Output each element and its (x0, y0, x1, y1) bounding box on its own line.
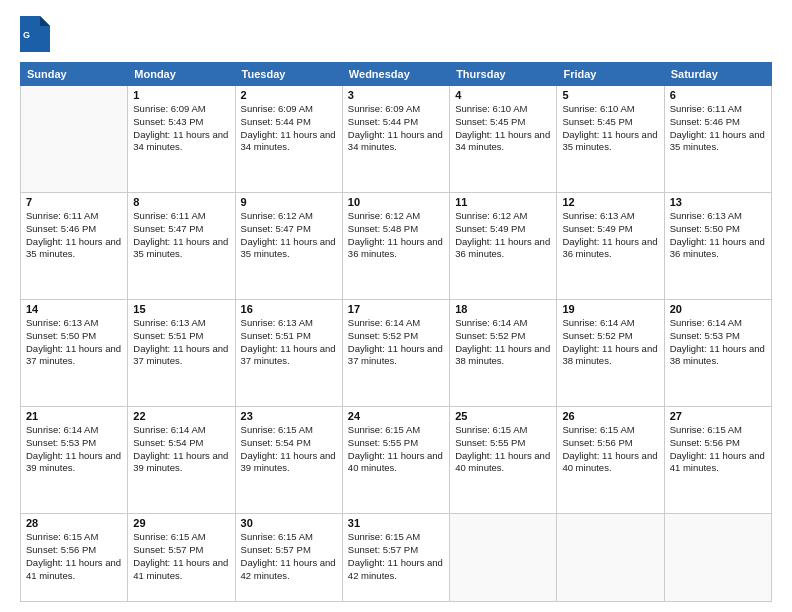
day-info: Sunrise: 6:15 AMSunset: 5:56 PMDaylight:… (26, 531, 122, 582)
day-info: Sunrise: 6:15 AMSunset: 5:55 PMDaylight:… (348, 424, 444, 475)
day-number: 15 (133, 303, 229, 315)
calendar-cell: 30Sunrise: 6:15 AMSunset: 5:57 PMDayligh… (235, 514, 342, 602)
day-info: Sunrise: 6:14 AMSunset: 5:52 PMDaylight:… (348, 317, 444, 368)
day-number: 17 (348, 303, 444, 315)
day-number: 31 (348, 517, 444, 529)
calendar-cell: 7Sunrise: 6:11 AMSunset: 5:46 PMDaylight… (21, 193, 128, 300)
calendar-cell: 22Sunrise: 6:14 AMSunset: 5:54 PMDayligh… (128, 407, 235, 514)
svg-text:G: G (23, 30, 30, 40)
day-info: Sunrise: 6:12 AMSunset: 5:47 PMDaylight:… (241, 210, 337, 261)
day-number: 3 (348, 89, 444, 101)
col-header-tuesday: Tuesday (235, 63, 342, 86)
day-number: 5 (562, 89, 658, 101)
day-number: 1 (133, 89, 229, 101)
calendar-cell: 25Sunrise: 6:15 AMSunset: 5:55 PMDayligh… (450, 407, 557, 514)
calendar-cell: 31Sunrise: 6:15 AMSunset: 5:57 PMDayligh… (342, 514, 449, 602)
calendar-cell: 20Sunrise: 6:14 AMSunset: 5:53 PMDayligh… (664, 300, 771, 407)
col-header-sunday: Sunday (21, 63, 128, 86)
calendar-cell: 2Sunrise: 6:09 AMSunset: 5:44 PMDaylight… (235, 86, 342, 193)
calendar-cell: 9Sunrise: 6:12 AMSunset: 5:47 PMDaylight… (235, 193, 342, 300)
calendar-cell: 27Sunrise: 6:15 AMSunset: 5:56 PMDayligh… (664, 407, 771, 514)
day-number: 14 (26, 303, 122, 315)
calendar-cell: 3Sunrise: 6:09 AMSunset: 5:44 PMDaylight… (342, 86, 449, 193)
calendar-cell: 4Sunrise: 6:10 AMSunset: 5:45 PMDaylight… (450, 86, 557, 193)
day-number: 12 (562, 196, 658, 208)
day-number: 21 (26, 410, 122, 422)
col-header-thursday: Thursday (450, 63, 557, 86)
col-header-saturday: Saturday (664, 63, 771, 86)
calendar-week-row: 7Sunrise: 6:11 AMSunset: 5:46 PMDaylight… (21, 193, 772, 300)
day-number: 20 (670, 303, 766, 315)
day-info: Sunrise: 6:15 AMSunset: 5:54 PMDaylight:… (241, 424, 337, 475)
day-number: 16 (241, 303, 337, 315)
day-info: Sunrise: 6:11 AMSunset: 5:47 PMDaylight:… (133, 210, 229, 261)
day-info: Sunrise: 6:14 AMSunset: 5:52 PMDaylight:… (562, 317, 658, 368)
day-number: 26 (562, 410, 658, 422)
calendar-cell: 8Sunrise: 6:11 AMSunset: 5:47 PMDaylight… (128, 193, 235, 300)
calendar-cell: 6Sunrise: 6:11 AMSunset: 5:46 PMDaylight… (664, 86, 771, 193)
day-info: Sunrise: 6:13 AMSunset: 5:51 PMDaylight:… (133, 317, 229, 368)
day-info: Sunrise: 6:12 AMSunset: 5:48 PMDaylight:… (348, 210, 444, 261)
day-number: 8 (133, 196, 229, 208)
day-info: Sunrise: 6:09 AMSunset: 5:44 PMDaylight:… (241, 103, 337, 154)
col-header-wednesday: Wednesday (342, 63, 449, 86)
day-info: Sunrise: 6:09 AMSunset: 5:44 PMDaylight:… (348, 103, 444, 154)
header: G (20, 16, 772, 52)
day-info: Sunrise: 6:14 AMSunset: 5:53 PMDaylight:… (670, 317, 766, 368)
calendar-table: SundayMondayTuesdayWednesdayThursdayFrid… (20, 62, 772, 602)
calendar-cell: 13Sunrise: 6:13 AMSunset: 5:50 PMDayligh… (664, 193, 771, 300)
day-info: Sunrise: 6:13 AMSunset: 5:51 PMDaylight:… (241, 317, 337, 368)
calendar-cell: 1Sunrise: 6:09 AMSunset: 5:43 PMDaylight… (128, 86, 235, 193)
col-header-friday: Friday (557, 63, 664, 86)
day-info: Sunrise: 6:15 AMSunset: 5:55 PMDaylight:… (455, 424, 551, 475)
calendar-cell (557, 514, 664, 602)
calendar-cell: 17Sunrise: 6:14 AMSunset: 5:52 PMDayligh… (342, 300, 449, 407)
day-number: 6 (670, 89, 766, 101)
day-info: Sunrise: 6:13 AMSunset: 5:49 PMDaylight:… (562, 210, 658, 261)
day-number: 30 (241, 517, 337, 529)
day-info: Sunrise: 6:14 AMSunset: 5:52 PMDaylight:… (455, 317, 551, 368)
day-number: 28 (26, 517, 122, 529)
calendar-cell: 5Sunrise: 6:10 AMSunset: 5:45 PMDaylight… (557, 86, 664, 193)
day-info: Sunrise: 6:12 AMSunset: 5:49 PMDaylight:… (455, 210, 551, 261)
day-info: Sunrise: 6:15 AMSunset: 5:56 PMDaylight:… (670, 424, 766, 475)
calendar-cell: 10Sunrise: 6:12 AMSunset: 5:48 PMDayligh… (342, 193, 449, 300)
calendar-cell: 11Sunrise: 6:12 AMSunset: 5:49 PMDayligh… (450, 193, 557, 300)
day-info: Sunrise: 6:14 AMSunset: 5:53 PMDaylight:… (26, 424, 122, 475)
day-info: Sunrise: 6:14 AMSunset: 5:54 PMDaylight:… (133, 424, 229, 475)
day-number: 11 (455, 196, 551, 208)
logo-icon: G (20, 16, 50, 52)
calendar-week-row: 28Sunrise: 6:15 AMSunset: 5:56 PMDayligh… (21, 514, 772, 602)
day-info: Sunrise: 6:09 AMSunset: 5:43 PMDaylight:… (133, 103, 229, 154)
calendar-cell: 29Sunrise: 6:15 AMSunset: 5:57 PMDayligh… (128, 514, 235, 602)
calendar-cell: 21Sunrise: 6:14 AMSunset: 5:53 PMDayligh… (21, 407, 128, 514)
day-info: Sunrise: 6:11 AMSunset: 5:46 PMDaylight:… (26, 210, 122, 261)
day-info: Sunrise: 6:15 AMSunset: 5:56 PMDaylight:… (562, 424, 658, 475)
day-number: 24 (348, 410, 444, 422)
calendar-cell: 18Sunrise: 6:14 AMSunset: 5:52 PMDayligh… (450, 300, 557, 407)
calendar-cell (21, 86, 128, 193)
calendar-week-row: 1Sunrise: 6:09 AMSunset: 5:43 PMDaylight… (21, 86, 772, 193)
day-info: Sunrise: 6:10 AMSunset: 5:45 PMDaylight:… (455, 103, 551, 154)
day-number: 27 (670, 410, 766, 422)
calendar-cell (664, 514, 771, 602)
day-number: 18 (455, 303, 551, 315)
calendar-week-row: 21Sunrise: 6:14 AMSunset: 5:53 PMDayligh… (21, 407, 772, 514)
day-number: 22 (133, 410, 229, 422)
svg-marker-1 (40, 16, 50, 26)
day-info: Sunrise: 6:15 AMSunset: 5:57 PMDaylight:… (241, 531, 337, 582)
day-info: Sunrise: 6:15 AMSunset: 5:57 PMDaylight:… (348, 531, 444, 582)
day-number: 23 (241, 410, 337, 422)
calendar-cell: 24Sunrise: 6:15 AMSunset: 5:55 PMDayligh… (342, 407, 449, 514)
calendar-cell: 15Sunrise: 6:13 AMSunset: 5:51 PMDayligh… (128, 300, 235, 407)
calendar-cell: 28Sunrise: 6:15 AMSunset: 5:56 PMDayligh… (21, 514, 128, 602)
calendar-cell: 23Sunrise: 6:15 AMSunset: 5:54 PMDayligh… (235, 407, 342, 514)
day-number: 10 (348, 196, 444, 208)
page: G SundayMondayTuesdayWednesdayThursdayFr… (0, 0, 792, 612)
calendar-cell: 16Sunrise: 6:13 AMSunset: 5:51 PMDayligh… (235, 300, 342, 407)
calendar-cell: 14Sunrise: 6:13 AMSunset: 5:50 PMDayligh… (21, 300, 128, 407)
calendar-header-row: SundayMondayTuesdayWednesdayThursdayFrid… (21, 63, 772, 86)
day-info: Sunrise: 6:13 AMSunset: 5:50 PMDaylight:… (670, 210, 766, 261)
calendar-week-row: 14Sunrise: 6:13 AMSunset: 5:50 PMDayligh… (21, 300, 772, 407)
day-number: 25 (455, 410, 551, 422)
